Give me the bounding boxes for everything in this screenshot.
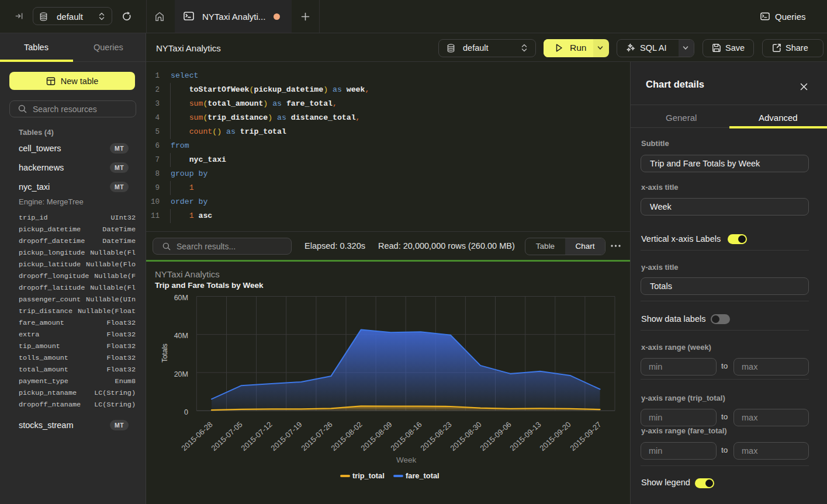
svg-text:20M: 20M: [174, 370, 188, 378]
svg-text:0: 0: [184, 408, 188, 416]
svg-text:40M: 40M: [174, 332, 188, 340]
svg-text:Totals: Totals: [161, 343, 169, 363]
svg-text:60M: 60M: [174, 294, 188, 302]
